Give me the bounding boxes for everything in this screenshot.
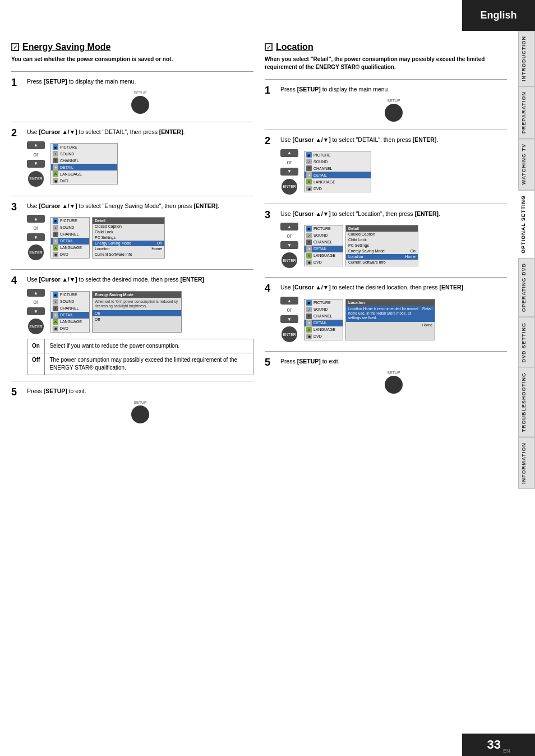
menu-item-language-2l: LANGUAGE bbox=[60, 172, 82, 176]
mr-lang-4l: ALANGUAGE bbox=[51, 319, 89, 325]
right-step-3-content: Use [Cursor ▲/▼] to select "Location", t… bbox=[280, 210, 507, 272]
tab-information[interactable]: INFORMATION bbox=[518, 437, 535, 489]
left-step-2-content: Use [Cursor ▲/▼] to select "DETAIL", the… bbox=[27, 128, 253, 190]
esm-popup-4l: Energy Saving Mode When set to 'On', pow… bbox=[92, 291, 182, 333]
tab-watching-tv[interactable]: WATCHING TV bbox=[518, 139, 535, 190]
btn-up-4l: ▲ bbox=[27, 289, 45, 297]
right-step-2-remote: ▲ or ▼ ENTER ▣PICTURE ♪SOUND ≡CHANN bbox=[280, 149, 507, 195]
on-desc: Select if you want to reduce the power c… bbox=[45, 339, 253, 353]
right-step-2-content: Use [Cursor ▲/▼] to select "DETAIL", the… bbox=[280, 136, 507, 198]
detail-pc-settings-3l: PC Settings bbox=[93, 235, 164, 241]
right-section-title: Location bbox=[265, 42, 507, 52]
left-remote-stack-3: ▲ or ▼ ENTER bbox=[27, 215, 45, 260]
menu-item-dvd-2l: DVD bbox=[60, 179, 68, 183]
btn-up-2l: ▲ bbox=[27, 141, 45, 149]
main-menu-4l: ▣PICTURE ♪SOUND ≡CHANNEL ✦DETAIL bbox=[50, 291, 90, 333]
right-step-1: 1 Press [SETUP] to display the main menu… bbox=[265, 79, 507, 130]
left-step-2-number: 2 bbox=[11, 128, 22, 138]
left-step-5-number: 5 bbox=[11, 387, 22, 397]
esm-on-4l: On bbox=[93, 310, 181, 316]
tab-dvd-setting[interactable]: DVD SETTING bbox=[518, 317, 535, 368]
menu-row-channel-2l: ≡ CHANNEL bbox=[51, 157, 117, 164]
esm-popup-desc-4l: When set to 'On', power consumption is r… bbox=[93, 298, 181, 311]
btn-enter-3l: ENTER bbox=[28, 245, 44, 260]
left-step-5-content: Press [SETUP] to exit. SETUP bbox=[27, 387, 253, 426]
detail-closed-caption-3l: Closed Caption bbox=[93, 224, 164, 229]
or-text-4l: or bbox=[34, 299, 39, 305]
detail-menu-3r: Detail Closed Caption Child Lock PC Sett… bbox=[345, 225, 418, 266]
checkbox-icon-left bbox=[11, 43, 19, 51]
menu-row-picture-3l: ▣ PICTURE bbox=[51, 218, 89, 224]
btn-up-4r: ▲ bbox=[280, 297, 298, 305]
right-remote-stack-4: ▲ or ▼ ENTER bbox=[280, 297, 298, 342]
setup-button-1r bbox=[385, 104, 403, 122]
menu-item-channel-2l: CHANNEL bbox=[60, 159, 79, 163]
left-step-2: 2 Use [Cursor ▲/▼] to select "DETAIL", t… bbox=[11, 122, 253, 196]
tab-preparation[interactable]: PREPARATION bbox=[518, 86, 535, 139]
left-column: Energy Saving Mode You can set whether t… bbox=[11, 42, 253, 734]
menu-row-language-2l: A LANGUAGE bbox=[51, 170, 117, 177]
main-content: Energy Saving Mode You can set whether t… bbox=[0, 31, 518, 756]
right-step-3-number: 3 bbox=[265, 210, 276, 220]
off-row: Off The power consumption may possibly e… bbox=[27, 353, 253, 375]
btn-down-2l: ▼ bbox=[27, 160, 45, 168]
menu-row-sound-3l: ♪ SOUND bbox=[51, 224, 89, 231]
det-icon-3l: ✦ bbox=[53, 238, 58, 244]
menu-row-sound-2l: ♪ SOUND bbox=[51, 150, 117, 157]
right-title-text: Location bbox=[276, 42, 313, 52]
right-step-5-setup: SETUP bbox=[280, 371, 507, 394]
setup-button-5l bbox=[131, 405, 149, 423]
or-text-3l: or bbox=[34, 225, 39, 231]
menu-item-detail-2l: DETAIL bbox=[60, 165, 73, 169]
on-label: On bbox=[27, 339, 45, 353]
detail-location-3l: Location Home bbox=[93, 246, 164, 252]
on-row: On Select if you want to reduce the powe… bbox=[27, 339, 253, 353]
right-step-3: 3 Use [Cursor ▲/▼] to select "Location",… bbox=[265, 204, 507, 278]
left-step-4-remote: ▲ or ▼ ENTER ▣PICTURE ♪SOUND bbox=[27, 289, 253, 334]
btn-down-4r: ▼ bbox=[280, 315, 298, 323]
menu-row-det-3l: ✦ DETAIL bbox=[51, 238, 89, 245]
setup-label-1l: SETUP bbox=[133, 91, 146, 95]
left-remote-stack-4: ▲ or ▼ ENTER bbox=[27, 289, 45, 334]
esm-off-4l: Off bbox=[93, 316, 181, 322]
channel-icon-2l: ≡ bbox=[53, 158, 58, 163]
btn-enter-2l: ENTER bbox=[28, 171, 44, 187]
lang-icon-3l: A bbox=[53, 245, 58, 251]
tab-troubleshooting[interactable]: TROUBLESHOOTING bbox=[518, 367, 535, 437]
location-popup-4r: Location Location Home is recommended fo… bbox=[345, 299, 435, 340]
left-section-title: Energy Saving Mode bbox=[11, 42, 253, 52]
tab-operating-dvd[interactable]: OPERATING DVD bbox=[518, 258, 535, 317]
right-step-2-number: 2 bbox=[265, 136, 276, 146]
mr-det-4l: ✦DETAIL bbox=[51, 312, 89, 319]
mr-dvd-2r: ◉DVD bbox=[305, 185, 371, 192]
on-off-table: On Select if you want to reduce the powe… bbox=[27, 339, 253, 375]
left-step-4-content: Use [Cursor ▲/▼] to select the desired m… bbox=[27, 275, 253, 375]
mr-ch-2r: ≡CHANNEL bbox=[305, 165, 371, 172]
left-step-4-menus: ▣PICTURE ♪SOUND ≡CHANNEL ✦DETAIL bbox=[50, 291, 182, 333]
right-step-5-number: 5 bbox=[265, 357, 276, 367]
btn-down-3l: ▼ bbox=[27, 233, 45, 241]
or-text-2l: or bbox=[34, 151, 39, 158]
menu-item-sound-2l: SOUND bbox=[60, 152, 74, 156]
btn-down-4l: ▼ bbox=[27, 307, 45, 315]
detail-icon-2l: ✦ bbox=[53, 164, 58, 170]
detail-menu-3l: Detail Closed Caption Child Lock PC Sett… bbox=[92, 217, 165, 259]
left-step-1-number: 1 bbox=[11, 77, 22, 87]
right-subtitle: When you select "Retail", the power cons… bbox=[265, 56, 507, 71]
main-menu-img-2r: ▣PICTURE ♪SOUND ≡CHANNEL ✦DETAIL ALANGUA bbox=[304, 151, 371, 192]
dvd-icon-3l: ◉ bbox=[53, 252, 58, 257]
right-remote-stack-3: ▲ or ▼ ENTER bbox=[280, 223, 298, 268]
btn-up-3r: ▲ bbox=[280, 223, 298, 231]
off-label: Off bbox=[27, 353, 45, 375]
btn-enter-4l: ENTER bbox=[28, 319, 44, 334]
tab-introduction[interactable]: INTRODUCTION bbox=[518, 31, 535, 86]
right-step-4-content: Use [Cursor ▲/▼] to select the desired l… bbox=[280, 283, 507, 345]
or-text-3r: or bbox=[287, 233, 292, 239]
right-step-3-menus: ▣PICTURE ♪SOUND ≡CHANNEL ✦DETAIL ALANGUA… bbox=[304, 225, 418, 266]
main-menu-3l: ▣ PICTURE ♪ SOUND ≡ CHANNEL bbox=[50, 217, 90, 259]
esm-popup-header-4l: Energy Saving Mode bbox=[93, 292, 181, 298]
menu-row-ch-3l: ≡ CHANNEL bbox=[51, 231, 89, 238]
pic-icon-3l: ▣ bbox=[53, 218, 58, 224]
mr-dvd-4l: ◉DVD bbox=[51, 325, 89, 332]
tab-optional-setting[interactable]: OPTIONAL SETTING bbox=[518, 190, 535, 259]
